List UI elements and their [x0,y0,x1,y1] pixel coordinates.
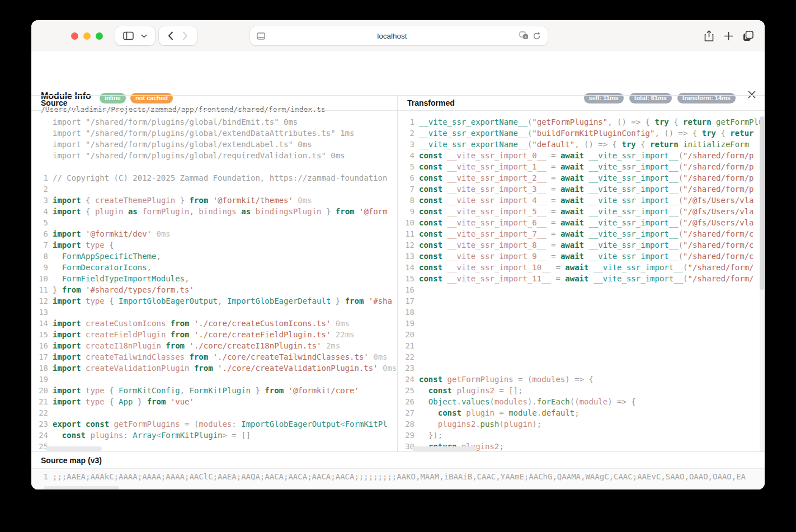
forward-button[interactable] [182,31,188,40]
code-line: 15const __vite_ssr_import_11__ = await _… [398,273,765,284]
code-line: 9 FormDecoratorIcons, [31,262,397,273]
code-line: 12const __vite_ssr_import_8__ = await __… [398,239,765,251]
code-line: 20import type { FormKitConfig, FormKitPl… [31,385,397,396]
code-line: 16 [398,284,765,295]
code-line: 1__vite_ssr_exportName__("getFormPlugins… [398,116,765,128]
traffic-light-close[interactable] [71,32,78,40]
new-tab-icon[interactable] [724,31,733,41]
sourcemap-line: 1 ;;;AAEA;AAAkC;AAAA;AAAA;AAAA;AAClC;AAE… [31,471,765,482]
code-line: 13const __vite_ssr_import_9__ = await __… [398,251,765,262]
code-line: 14import createCustomIcons from './core/… [31,318,397,329]
code-line: 19 [31,374,397,385]
code-line: import "/shared/form/plugins/global/exte… [31,128,397,139]
address-bar[interactable]: localhost x [250,26,548,45]
code-line: 23 [398,362,765,374]
transformed-panel: Transformed 1__vite_ssr_exportName__("ge… [398,96,765,452]
code-line: 22 [398,351,765,362]
back-button[interactable] [168,31,173,40]
code-line: 28 plugins2.push(plugin); [398,418,765,430]
source-panel-title: Source [31,96,397,111]
transformed-panel-title: Transformed [398,96,765,111]
code-line: 6import '@formkit/dev' 0ms [31,228,397,239]
code-line: 9const __vite_ssr_import_5__ = await __v… [398,206,765,217]
code-line: 10 FormFieldTypeImportModules, [31,273,397,284]
source-hscrollbar-thumb[interactable] [46,446,102,451]
sidebar-icon [123,31,134,40]
transformed-vscrollbar[interactable] [760,116,764,452]
code-line: 17 [398,295,765,307]
code-line: 21 [398,340,765,351]
code-line: 4import { plugin as formPlugin, bindings… [31,206,397,217]
sourcemap-section: Source map (v3) 1 ;;;AAEA;AAAkC;AAAA;AAA… [31,451,765,489]
code-line: 3__vite_ssr_exportName__("default", () =… [398,139,765,150]
code-line: 10const __vite_ssr_import_6__ = await __… [398,217,765,228]
code-line: import "/shared/form/plugins/global/exte… [31,139,397,150]
code-line: 18 [398,307,765,318]
transformed-code[interactable]: 1__vite_ssr_exportName__("getFormPlugins… [398,111,765,452]
code-line: 7import type { [31,239,397,251]
code-line: 13 [31,307,397,318]
sourcemap-line-number: 1 [31,471,48,482]
share-icon[interactable] [704,30,714,42]
code-line: 2__vite_ssr_exportName__("buildFormKitPl… [398,128,765,139]
code-line: 7const __vite_ssr_import_3__ = await __v… [398,183,765,195]
code-line: 17import createTailwindClasses from './c… [31,351,397,362]
code-line [31,161,397,172]
sidebar-toggle-button[interactable] [115,26,155,45]
code-line: 21import type { App } from 'vue' [31,396,397,407]
code-line: 12import type { ImportGlobEagerOutput, I… [31,295,397,307]
url-text[interactable]: localhost [265,32,519,40]
code-line: 3import { createThemePlugin } from '@for… [31,195,397,206]
code-line: 25 const plugins2 = []; [398,385,765,396]
code-line: 19 [398,318,765,329]
code-line: 20 [398,329,765,340]
code-line: 4const __vite_ssr_import_0__ = await __v… [398,150,765,161]
code-line: 27 const plugin = module.default; [398,407,765,418]
translate-icon[interactable]: x [519,31,529,40]
transformed-hscrollbar-thumb[interactable] [412,446,477,451]
code-line: 11} from '#shared/types/form.ts' [31,284,397,295]
module-info-header: Module Info inline not cached self: 11ms… [31,51,765,95]
source-panel: Source import "/shared/form/plugins/glob… [31,96,398,452]
chevron-down-icon [141,34,147,38]
transformed-code-lines: 1__vite_ssr_exportName__("getFormPlugins… [398,116,765,452]
code-line: 8const __vite_ssr_import_4__ = await __v… [398,195,765,206]
traffic-light-minimize[interactable] [83,32,91,40]
code-line: import "/shared/form/plugins/global/bind… [31,116,397,128]
nav-button-group [159,26,197,45]
code-panels: Source import "/shared/form/plugins/glob… [31,95,765,452]
source-code-lines: import "/shared/form/plugins/global/bind… [31,116,397,452]
code-line: 16import createI18nPlugin from './core/c… [31,340,397,351]
sourcemap-body[interactable]: 1 ;;;AAEA;AAAkC;AAAA;AAAA;AAAA;AAClC;AAE… [31,468,765,489]
sourcemap-title: Source map (v3) [41,456,102,465]
sourcemap-hscrollbar-thumb[interactable] [44,486,119,489]
code-line: 15import createFieldPlugin from './core/… [31,329,397,340]
code-line: 22 [31,407,397,418]
code-line: 6const __vite_ssr_import_2__ = await __v… [398,172,765,183]
traffic-light-zoom[interactable] [96,32,103,40]
reload-icon[interactable] [533,32,541,40]
code-line: 1// Copyright (C) 2012-2025 Zammad Found… [31,172,397,183]
code-line: 5 [31,217,397,228]
transformed-vscrollbar-thumb[interactable] [760,116,764,290]
tab-overview-icon[interactable] [743,31,753,41]
code-line: 23export const getFormPlugins = (modules… [31,418,397,430]
code-line: 14const __vite_ssr_import_10__ = await _… [398,262,765,273]
code-line: 11const __vite_ssr_import_7__ = await __… [398,228,765,239]
source-code[interactable]: import "/shared/form/plugins/global/bind… [31,111,397,452]
code-line: 18import createValidationPlugin from './… [31,362,397,374]
code-line: 2 [31,183,397,195]
code-line: 24const getFormPlugins = (modules) => { [398,374,765,385]
browser-window: localhost x Module Info inline not cache… [31,20,765,489]
code-line: 8 FormAppSpecificTheme, [31,251,397,262]
code-line: 26 Object.values(modules).forEach((modul… [398,396,765,407]
code-line: import "/shared/form/plugins/global/requ… [31,150,397,161]
sourcemap-mappings: ;;;AAEA;AAAkC;AAAA;AAAA;AAAA;AAClC;AAEA;… [53,471,746,482]
code-line: 5const __vite_ssr_import_1__ = await __v… [398,161,765,172]
code-line: 29 }); [398,430,765,441]
browser-toolbar: localhost x [31,20,765,51]
code-line: 24 const plugins: Array<FormKitPlugin> =… [31,430,397,441]
page-settings-icon[interactable] [257,32,265,40]
